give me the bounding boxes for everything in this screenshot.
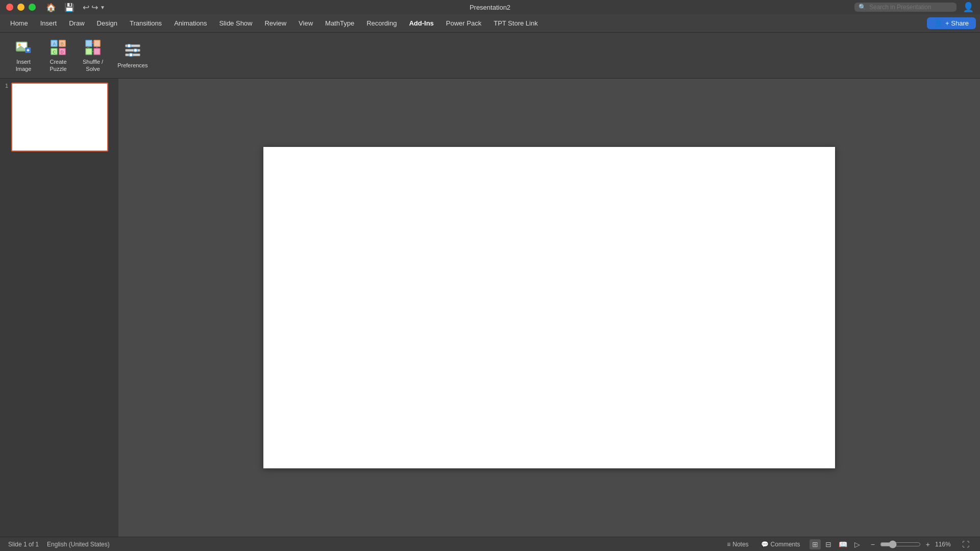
svg-rect-23: [126, 49, 140, 51]
slide-sorter-btn[interactable]: ⊟: [823, 539, 834, 549]
menu-view[interactable]: View: [292, 17, 319, 29]
slide-number: 1: [5, 83, 8, 89]
reading-view-btn[interactable]: 📖: [836, 539, 850, 549]
svg-text:B: B: [60, 41, 63, 46]
status-right: ≡ Notes 💬 Comments ⊞ ⊟ 📖 ▷ − + 116% ⛶: [724, 539, 972, 549]
save-icon[interactable]: 💾: [64, 3, 75, 12]
menu-home[interactable]: Home: [4, 17, 34, 29]
preferences-label: Preferences: [117, 62, 148, 69]
share-icon: 👤: [934, 19, 942, 27]
svg-rect-15: [94, 40, 100, 46]
menu-addins[interactable]: Add-Ins: [403, 17, 439, 29]
zoom-controls: − + 116%: [869, 540, 953, 548]
comments-icon: 💬: [761, 541, 769, 548]
ribbon-shuffle-solve[interactable]: Shuffle /Solve: [78, 35, 108, 75]
title-bar: 🏠 💾 ↩ ↪ ▼ Presentation2 🔍 👤: [0, 0, 980, 14]
menu-design[interactable]: Design: [91, 17, 124, 29]
ribbon-insert-image[interactable]: InsertImage: [8, 35, 39, 75]
slide-list-item: 1: [4, 83, 114, 152]
insert-image-icon: [14, 38, 33, 57]
title-bar-icons: 🏠 💾 ↩ ↪ ▼: [46, 3, 105, 12]
presenter-view-btn[interactable]: ▷: [852, 539, 863, 549]
undo-icon[interactable]: ↩: [83, 3, 89, 12]
search-box[interactable]: 🔍: [854, 3, 957, 12]
window-controls: [6, 4, 36, 11]
user-icon[interactable]: 👤: [963, 2, 974, 13]
svg-text:C: C: [53, 49, 56, 55]
search-input[interactable]: [869, 4, 951, 11]
home-icon[interactable]: 🏠: [46, 3, 56, 12]
minimize-button[interactable]: [17, 4, 24, 11]
menu-right: 👤 + Share: [927, 17, 976, 29]
menu-mathtype[interactable]: MathType: [319, 17, 360, 29]
menu-transitions[interactable]: Transitions: [124, 17, 168, 29]
share-label: + Share: [945, 19, 969, 27]
menu-tptstorelink[interactable]: TPT Store Link: [487, 17, 544, 29]
undo-dropdown-icon[interactable]: ▼: [100, 5, 105, 10]
slide-canvas[interactable]: [263, 147, 835, 468]
menu-powerpack[interactable]: Power Pack: [440, 17, 487, 29]
menu-animations[interactable]: Animations: [168, 17, 213, 29]
menu-draw[interactable]: Draw: [63, 17, 90, 29]
window-title: Presentation2: [470, 4, 510, 11]
maximize-button[interactable]: [29, 4, 36, 11]
menu-slideshow[interactable]: Slide Show: [213, 17, 258, 29]
notes-icon: ≡: [727, 541, 730, 548]
svg-rect-17: [94, 48, 100, 55]
insert-image-label: InsertImage: [16, 59, 32, 72]
svg-rect-26: [134, 48, 137, 52]
create-puzzle-icon: A B C D: [49, 38, 67, 57]
svg-rect-16: [86, 48, 92, 55]
ribbon-preferences[interactable]: Preferences: [112, 39, 153, 72]
fit-window-btn[interactable]: ⛶: [960, 539, 972, 549]
menu-review[interactable]: Review: [258, 17, 292, 29]
zoom-level: 116%: [935, 541, 953, 548]
slide-info: Slide 1 of 1: [8, 541, 39, 548]
main-content: 1: [0, 79, 980, 537]
title-bar-right: 🔍 👤: [854, 2, 974, 13]
undo-redo-group: ↩ ↪ ▼: [83, 3, 105, 12]
zoom-out-button[interactable]: −: [869, 540, 877, 548]
redo-icon[interactable]: ↪: [91, 3, 98, 12]
ribbon: InsertImage A B C D CreatePuzzle: [0, 33, 980, 79]
status-left: Slide 1 of 1 English (United States): [8, 541, 110, 548]
svg-rect-27: [129, 53, 133, 56]
language-info: English (United States): [47, 541, 110, 548]
shuffle-solve-label: Shuffle /Solve: [83, 59, 103, 72]
comments-button[interactable]: 💬 Comments: [758, 540, 803, 549]
close-button[interactable]: [6, 4, 13, 11]
svg-text:D: D: [60, 49, 64, 55]
normal-view-btn[interactable]: ⊞: [810, 539, 821, 549]
menu-bar: Home Insert Draw Design Transitions Anim…: [0, 14, 980, 33]
slide-thumbnail-1[interactable]: [11, 83, 108, 152]
comments-label: Comments: [771, 541, 800, 548]
zoom-slider[interactable]: [880, 540, 921, 548]
preferences-icon: [124, 42, 142, 60]
slide-panel: 1: [0, 79, 118, 537]
ribbon-create-puzzle[interactable]: A B C D CreatePuzzle: [43, 35, 74, 75]
notes-button[interactable]: ≡ Notes: [724, 540, 751, 549]
view-buttons: ⊞ ⊟ 📖 ▷: [810, 539, 863, 549]
shuffle-solve-icon: [84, 38, 102, 57]
search-icon: 🔍: [859, 4, 866, 11]
svg-rect-14: [86, 40, 92, 46]
menu-recording[interactable]: Recording: [360, 17, 403, 29]
svg-rect-25: [127, 44, 131, 47]
zoom-in-button[interactable]: +: [924, 540, 932, 548]
share-button[interactable]: 👤 + Share: [927, 17, 976, 29]
notes-label: Notes: [732, 541, 748, 548]
canvas-area: [118, 79, 980, 537]
status-bar: Slide 1 of 1 English (United States) ≡ N…: [0, 537, 980, 551]
menu-insert[interactable]: Insert: [34, 17, 63, 29]
svg-point-1: [18, 43, 20, 46]
create-puzzle-label: CreatePuzzle: [50, 59, 66, 72]
svg-text:A: A: [53, 41, 56, 46]
